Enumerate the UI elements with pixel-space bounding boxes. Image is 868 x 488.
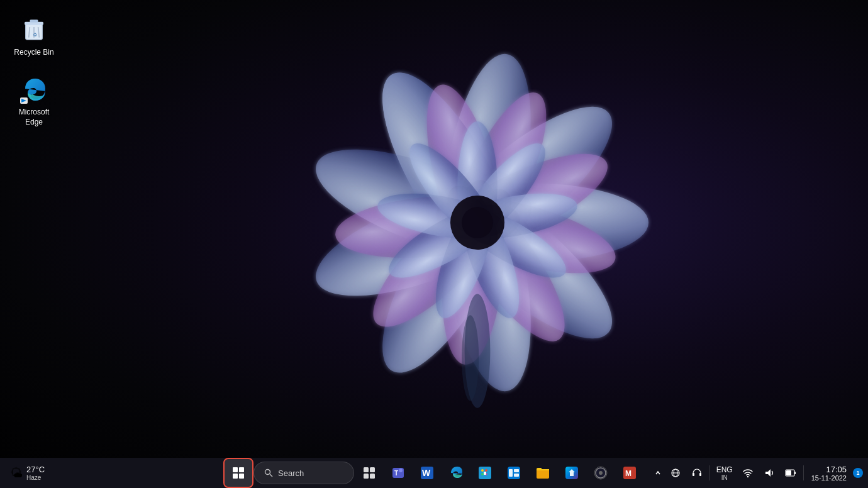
microsoft-edge-icon[interactable]: Microsoft Edge [9,72,59,130]
settings-button[interactable] [500,459,528,487]
language-primary: ENG [716,465,733,474]
file-explorer-button[interactable] [529,459,557,487]
svg-point-28 [462,207,493,238]
svg-rect-61 [537,469,549,479]
svg-point-53 [485,469,487,472]
tray-icon-globe[interactable] [665,463,686,483]
svg-rect-45 [370,474,375,479]
svg-text:♻: ♻ [33,31,37,38]
wifi-signal-icon [743,468,753,478]
notification-badge[interactable]: 1 [853,468,863,478]
paint-button[interactable] [471,459,499,487]
search-icon [264,469,273,477]
tray-icon-headset[interactable] [687,463,707,483]
svg-rect-60 [514,474,519,477]
battery-icon[interactable] [781,463,801,483]
search-bar[interactable]: Search [253,462,354,484]
system-tray: ENG IN [652,463,863,483]
ms-store-icon [564,465,579,480]
taskbar-center: Search T [225,459,643,487]
wallpaper [264,9,691,436]
language-secondary: IN [721,474,728,481]
edge-taskbar-button[interactable] [442,459,470,487]
clock-time: 17:05 [826,465,847,474]
teams-icon: T [391,465,406,480]
svg-rect-44 [364,474,369,479]
svg-rect-78 [794,472,796,474]
start-button[interactable] [225,459,252,487]
language-widget[interactable]: ENG IN [713,464,737,482]
svg-rect-42 [364,467,369,472]
svg-text:W: W [422,468,431,478]
tray-separator-2 [803,465,804,480]
weather-widget[interactable]: 🌤 27°C Haze [5,462,55,484]
svg-rect-59 [514,469,519,472]
mcafee-button[interactable]: M [616,459,643,487]
edge-image [19,75,49,105]
teams-button[interactable]: T [384,459,412,487]
svg-text:M: M [625,469,632,478]
clock-widget[interactable]: 17:05 15-11-2022 [806,463,852,483]
svg-point-54 [481,473,484,475]
word-button[interactable]: W [413,459,441,487]
file-explorer-icon [535,465,550,480]
svg-point-30 [462,315,479,401]
svg-rect-77 [786,470,791,475]
tray-separator [709,465,710,480]
svg-rect-58 [509,469,513,477]
word-icon: W [420,465,435,480]
taskbar: 🌤 27°C Haze Search [0,458,868,488]
weather-temperature: 27°C [26,465,45,474]
ms-store-button[interactable] [558,459,586,487]
paint-icon [477,465,492,480]
ring-button[interactable] [587,459,615,487]
svg-rect-33 [30,19,38,22]
chevron-up-icon [655,470,661,476]
task-view-button[interactable] [355,459,383,487]
svg-rect-72 [699,473,701,476]
weather-text: 27°C Haze [26,465,45,481]
task-view-icon [363,467,376,479]
desktop: ♻ Recycle Bin [0,0,868,488]
svg-rect-56 [484,472,486,475]
svg-point-65 [599,471,603,475]
expand-tray-button[interactable] [652,467,664,479]
svg-text:T: T [394,470,398,477]
battery-level-icon [785,469,796,477]
recycle-bin-label: Recycle Bin [14,48,53,58]
clock-date: 15-11-2022 [811,474,847,482]
edge-label: Microsoft Edge [11,108,57,127]
recycle-bin-image: ♻ [19,15,49,45]
weather-condition: Haze [26,474,45,481]
search-label: Search [278,469,304,478]
volume-icon [764,468,774,478]
ring-icon [593,465,608,480]
svg-point-48 [399,469,403,472]
globe-icon [670,468,681,478]
mcafee-icon: M [622,465,637,480]
svg-point-40 [265,470,270,475]
wifi-icon[interactable] [738,463,758,483]
sound-icon[interactable] [759,463,779,483]
settings-icon [507,466,521,480]
svg-point-73 [747,476,748,477]
headset-icon [692,468,702,478]
svg-point-52 [481,469,484,472]
svg-line-41 [270,474,272,477]
weather-icon: 🌤 [10,466,23,480]
svg-rect-43 [370,467,375,472]
edge-taskbar-icon [448,465,464,480]
recycle-bin-icon[interactable]: ♻ Recycle Bin [9,13,59,60]
svg-rect-71 [693,473,694,476]
windows-logo [233,467,244,479]
